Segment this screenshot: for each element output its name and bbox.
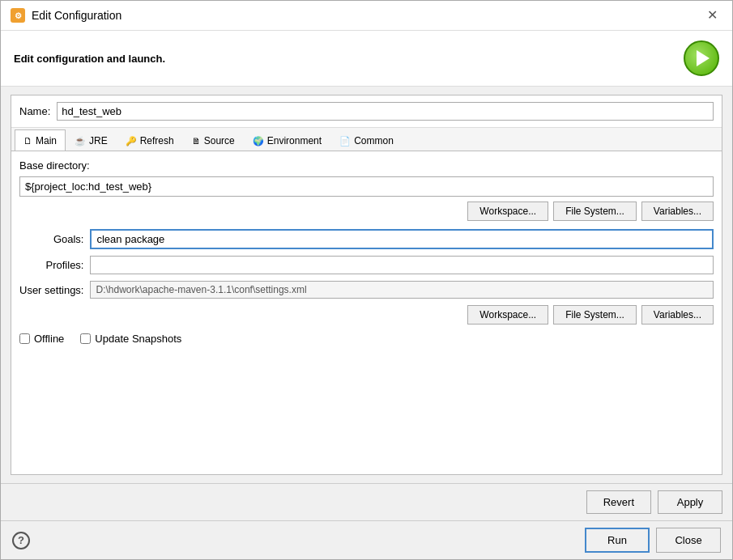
checkbox-row: Offline Update Snapshots [19, 333, 714, 345]
variables-btn-2[interactable]: Variables... [641, 305, 714, 325]
footer-row: Revert Apply [1, 483, 732, 520]
name-label: Name: [19, 105, 50, 117]
offline-label: Offline [34, 333, 64, 345]
user-settings-btn-row: Workspace... File System... Variables... [19, 305, 714, 325]
tab-environment-icon: 🌍 [253, 136, 264, 146]
revert-button[interactable]: Revert [586, 490, 651, 514]
update-snapshots-label: Update Snapshots [95, 333, 181, 345]
run-button[interactable]: Run [585, 528, 650, 553]
goals-label: Goals: [19, 233, 83, 245]
offline-checkbox[interactable] [19, 333, 30, 344]
tab-refresh[interactable]: 🔑 Refresh [117, 130, 183, 151]
edit-configuration-dialog: ⚙ Edit Configuration ✕ Edit configuratio… [0, 0, 733, 560]
offline-checkbox-label[interactable]: Offline [19, 333, 64, 345]
tab-common[interactable]: 📄 Common [330, 130, 403, 151]
close-button[interactable]: Close [656, 528, 721, 553]
title-bar: ⚙ Edit Configuration ✕ [1, 1, 732, 31]
tab-source[interactable]: 🗎 Source [183, 130, 244, 151]
title-bar-left: ⚙ Edit Configuration [11, 8, 121, 23]
base-directory-input[interactable] [19, 176, 714, 197]
apply-button[interactable]: Apply [658, 490, 722, 514]
config-panel: Name: 🗋 Main ☕ JRE 🔑 Refresh 🗎 [11, 95, 722, 475]
base-directory-label: Base directory: [19, 159, 714, 172]
tabs-row: 🗋 Main ☕ JRE 🔑 Refresh 🗎 Source 🌍 [11, 128, 722, 151]
tab-common-label: Common [354, 135, 394, 146]
bottom-right: Run Close [585, 528, 721, 553]
tab-main-icon: 🗋 [23, 136, 32, 146]
form-grid: Goals: Profiles: User settings: D:\hdwor… [19, 229, 714, 299]
tab-main[interactable]: 🗋 Main [15, 129, 66, 151]
name-row: Name: [11, 95, 722, 128]
main-content: Name: 🗋 Main ☕ JRE 🔑 Refresh 🗎 [1, 87, 732, 483]
help-icon[interactable]: ? [12, 532, 30, 549]
tab-refresh-icon: 🔑 [126, 136, 137, 146]
user-settings-value: D:\hdwork\apache-maven-3.1.1\conf\settin… [90, 281, 714, 299]
name-input[interactable] [57, 102, 714, 121]
workspace-btn-2[interactable]: Workspace... [467, 305, 548, 325]
goals-input[interactable] [90, 229, 714, 249]
workspace-btn-1[interactable]: Workspace... [467, 202, 548, 221]
header-section: Edit configuration and launch. [1, 31, 732, 87]
profiles-input[interactable] [90, 256, 714, 274]
tab-refresh-label: Refresh [140, 135, 174, 146]
tab-environment-label: Environment [267, 135, 322, 146]
dialog-title: Edit Configuration [32, 9, 121, 22]
base-directory-btn-row: Workspace... File System... Variables... [19, 202, 714, 221]
profiles-label: Profiles: [19, 259, 83, 271]
tab-environment[interactable]: 🌍 Environment [244, 130, 330, 151]
user-settings-label: User settings: [19, 284, 83, 296]
tab-jre-label: JRE [89, 135, 108, 146]
close-icon[interactable]: ✕ [702, 7, 722, 23]
update-snapshots-checkbox-label[interactable]: Update Snapshots [80, 333, 181, 345]
tab-content-main: Base directory: Workspace... File System… [11, 151, 722, 474]
header-description: Edit configuration and launch. [14, 53, 165, 65]
filesystem-btn-1[interactable]: File System... [553, 202, 637, 221]
bottom-bar: ? Run Close [1, 520, 732, 559]
update-snapshots-checkbox[interactable] [80, 333, 91, 344]
tab-jre-icon: ☕ [75, 136, 86, 146]
tab-source-icon: 🗎 [192, 136, 201, 146]
tab-jre[interactable]: ☕ JRE [66, 130, 117, 151]
dialog-icon: ⚙ [11, 8, 25, 23]
filesystem-btn-2[interactable]: File System... [553, 305, 637, 325]
tab-main-label: Main [36, 135, 57, 146]
tab-source-label: Source [204, 135, 235, 146]
variables-btn-1[interactable]: Variables... [641, 202, 714, 221]
tab-common-icon: 📄 [339, 136, 351, 146]
run-icon-button[interactable] [684, 40, 719, 76]
